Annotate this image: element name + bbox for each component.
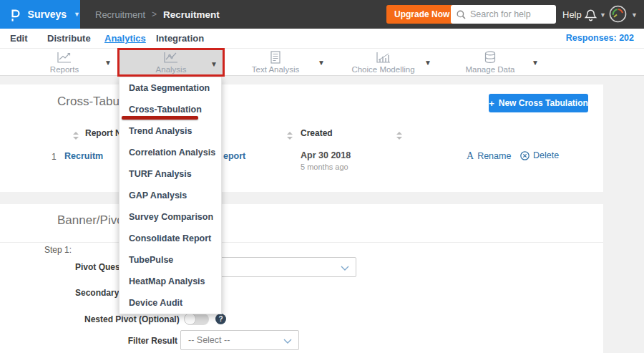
breadcrumb-separator: > bbox=[152, 9, 157, 19]
top-navbar: Surveys ▼ Recruitment > Recruitment Upgr… bbox=[0, 0, 644, 29]
help-circle-icon[interactable]: ? bbox=[215, 314, 226, 324]
chevron-down-icon bbox=[283, 339, 292, 344]
analysis-dropdown-menu: Data Segmentation Cross-Tabulation Trend… bbox=[119, 77, 222, 314]
help-search bbox=[451, 5, 556, 24]
chevron-down-icon bbox=[341, 266, 349, 271]
tab-distribute[interactable]: Distribute bbox=[47, 29, 91, 48]
divider bbox=[0, 242, 603, 243]
nested-pivot-label: Nested Pivot (Optional) bbox=[84, 314, 180, 324]
toolbar-item-analysis[interactable]: Analysis ▼ bbox=[117, 48, 225, 77]
avatar bbox=[609, 5, 627, 23]
bell-icon bbox=[584, 6, 597, 21]
search-icon bbox=[457, 10, 466, 19]
breadcrumb: Recruitment > Recruitment bbox=[95, 0, 220, 29]
toolbar-item-text-analysis[interactable]: Text Analysis bbox=[243, 49, 308, 76]
account-avatar[interactable] bbox=[609, 5, 627, 26]
delete-button[interactable]: Delete bbox=[520, 150, 559, 160]
toolbar-item-choice-modelling[interactable]: Choice Modelling bbox=[349, 49, 417, 76]
upgrade-now-button[interactable]: Upgrade Now bbox=[386, 5, 457, 24]
document-icon bbox=[270, 51, 281, 64]
section-title-banner-pivot: Banner/Pivo bbox=[57, 213, 124, 228]
line-chart-icon bbox=[57, 52, 72, 64]
questionpro-logo-icon bbox=[9, 5, 21, 24]
filter-result-label: Filter Result bbox=[100, 336, 177, 346]
caret-down-icon[interactable]: ▼ bbox=[600, 12, 606, 19]
report-name-link[interactable]: Recruitm bbox=[64, 151, 103, 161]
menu-item-tubepulse[interactable]: TubePulse bbox=[119, 249, 221, 271]
rename-button[interactable]: A Rename bbox=[467, 150, 511, 162]
tab-analytics[interactable]: Analytics bbox=[104, 29, 146, 48]
notifications-button[interactable] bbox=[584, 6, 597, 24]
survey-nav: Edit Distribute Analytics Integration Re… bbox=[0, 29, 644, 49]
pivot-question-label: Pivot Ques bbox=[75, 262, 120, 272]
breadcrumb-parent[interactable]: Recruitment bbox=[95, 9, 145, 20]
column-header-created: Created bbox=[301, 128, 333, 138]
menu-item-trend-analysis[interactable]: Trend Analysis bbox=[119, 120, 221, 142]
created-ago: 5 months ago bbox=[301, 163, 348, 171]
caret-down-icon[interactable]: ▼ bbox=[210, 60, 218, 68]
step-label: Step 1: bbox=[44, 245, 72, 255]
row-number: 1 bbox=[52, 152, 57, 162]
caret-down-icon: ▼ bbox=[74, 11, 80, 18]
banner-pivot-card: Banner/Pivo Step 1: Pivot Ques Secondary… bbox=[0, 204, 603, 353]
menu-item-heatmap-analysis[interactable]: HeatMap Analysis bbox=[119, 271, 221, 292]
bar-line-chart-icon bbox=[376, 52, 391, 64]
menu-item-correlation-analysis[interactable]: Correlation Analysis bbox=[119, 142, 221, 163]
toggle-knob bbox=[184, 313, 196, 325]
surveys-product-menu[interactable]: Surveys ▼ bbox=[0, 0, 80, 29]
new-cross-tabulation-button[interactable]: + New Cross Tabulation bbox=[489, 94, 588, 112]
plus-icon: + bbox=[489, 98, 494, 109]
report-name-link-continued[interactable]: eport bbox=[223, 151, 245, 161]
product-name: Surveys bbox=[28, 9, 67, 20]
caret-down-icon[interactable]: ▼ bbox=[104, 59, 112, 67]
sort-icon[interactable] bbox=[73, 130, 79, 142]
tab-edit[interactable]: Edit bbox=[10, 29, 28, 48]
sort-icon[interactable] bbox=[396, 130, 402, 142]
delete-circle-x-icon bbox=[520, 151, 530, 160]
secondary-pivot-label: Secondary bbox=[75, 288, 119, 298]
caret-down-icon[interactable]: ▼ bbox=[318, 59, 325, 67]
menu-item-gap-analysis[interactable]: GAP Analysis bbox=[119, 185, 221, 206]
sort-icon[interactable] bbox=[287, 130, 293, 142]
caret-down-icon[interactable]: ▼ bbox=[532, 59, 539, 67]
analytics-toolbar: Reports ▼ Analysis ▼ Text Analysis ▼ bbox=[0, 49, 644, 76]
help-link[interactable]: Help bbox=[562, 9, 582, 20]
menu-item-data-segmentation[interactable]: Data Segmentation bbox=[119, 77, 221, 99]
menu-item-turf-analysis[interactable]: TURF Analysis bbox=[119, 163, 221, 185]
responses-count[interactable]: Responses: 202 bbox=[566, 29, 634, 48]
cross-tabulation-card: Cross-Tabula + New Cross Tabulation Repo… bbox=[0, 84, 603, 192]
analysis-chart-icon bbox=[163, 52, 179, 64]
breadcrumb-current: Recruitment bbox=[163, 9, 220, 20]
filter-result-select[interactable]: -- Select -- bbox=[180, 330, 299, 350]
menu-item-device-audit[interactable]: Device Audit bbox=[119, 292, 221, 314]
database-icon bbox=[484, 51, 497, 64]
menu-item-cross-tabulation[interactable]: Cross-Tabulation bbox=[119, 99, 221, 120]
tab-integration[interactable]: Integration bbox=[156, 29, 204, 48]
caret-down-icon[interactable]: ▼ bbox=[631, 12, 638, 19]
toolbar-item-manage-data[interactable]: Manage Data bbox=[458, 49, 522, 76]
toolbar-item-reports[interactable]: Reports bbox=[32, 49, 97, 76]
nested-pivot-toggle[interactable] bbox=[185, 314, 209, 325]
menu-item-survey-comparison[interactable]: Survey Comparison bbox=[119, 206, 221, 228]
caret-down-icon[interactable]: ▼ bbox=[424, 59, 431, 67]
created-date: Apr 30 2018 bbox=[301, 150, 351, 160]
app-window: Surveys ▼ Recruitment > Recruitment Upgr… bbox=[0, 0, 644, 353]
search-input[interactable] bbox=[451, 5, 556, 24]
menu-item-consolidate-report[interactable]: Consolidate Report bbox=[119, 228, 221, 249]
rename-letter-icon: A bbox=[467, 150, 474, 162]
